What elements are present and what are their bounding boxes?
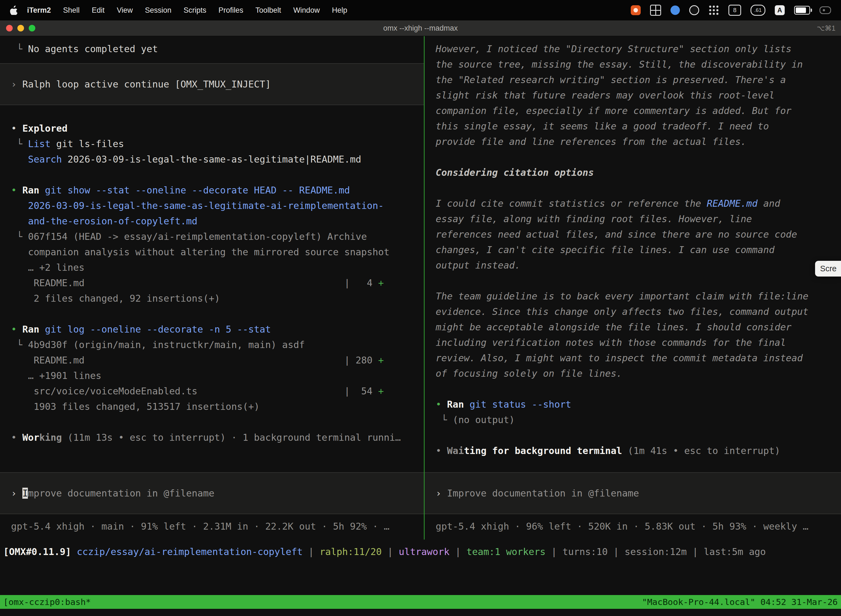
omx-status-line: [OMX#0.11.9] cczip/essay/ai-reimplementa… xyxy=(0,540,841,559)
terminal-line: └ No agents completed yet xyxy=(0,41,424,57)
terminal-line: essay file, along with finding root file… xyxy=(425,211,841,227)
menu-profiles[interactable]: Profiles xyxy=(212,6,249,15)
left-pane-prompt-input[interactable]: › Improve documentation in @filename xyxy=(0,472,424,514)
text-segment: ting for background terminal xyxy=(464,445,622,456)
text-segment: of focusing solely on file lines. xyxy=(436,368,622,379)
text-segment: • xyxy=(11,185,22,196)
blank-line xyxy=(0,414,424,430)
text-segment: evidence. Since this change only affects… xyxy=(436,306,809,317)
text-segment: changes, I can't cite specific file line… xyxy=(436,244,775,255)
terminal-line: • Waiting for background terminal (1m 41… xyxy=(425,443,841,458)
menu-session[interactable]: Session xyxy=(139,6,177,15)
text-segment: companion file, especially if more comme… xyxy=(436,105,792,116)
text-segment: references need actual files, and since … xyxy=(436,229,797,240)
terminal-line: evidence. Since this change only affects… xyxy=(425,304,841,319)
text-segment: The team guideline is to back every impo… xyxy=(436,290,809,302)
menu-bar: iTerm2 ShellEditViewSessionScriptsProfil… xyxy=(0,0,841,21)
battery-icon[interactable] xyxy=(794,6,810,15)
text-segment xyxy=(39,324,45,335)
text-segment: git status --short xyxy=(470,399,571,410)
terminal-line: might be acceptable alongside the file l… xyxy=(425,319,841,335)
menu-shell[interactable]: Shell xyxy=(57,6,86,15)
terminal-line: However, I noticed the "Directory Struct… xyxy=(425,41,841,57)
text-segment: Ran xyxy=(22,324,39,335)
window-title-bar: omx --xhigh --madmax ⌥⌘1 xyxy=(0,21,841,36)
blank-line xyxy=(0,306,424,321)
zoom-button[interactable] xyxy=(29,25,35,31)
text-segment: Considering citation options xyxy=(436,167,594,178)
menu-scripts[interactable]: Scripts xyxy=(177,6,212,15)
terminal-line: └ 4b9d30f (origin/main, instructkr/main,… xyxy=(0,337,424,352)
text-segment: cczip/essay/ai-reimplementation-copyleft xyxy=(77,546,303,557)
text-segment: | xyxy=(382,546,399,557)
monitor-badge-icon: .61 xyxy=(750,5,765,16)
right-pane: However, I noticed the "Directory Struct… xyxy=(425,36,841,540)
input-source-icon[interactable]: A xyxy=(775,5,785,15)
monitor-badge-icon[interactable]: .61 xyxy=(750,5,765,16)
text-segment: However, I noticed the "Directory Struct… xyxy=(436,43,792,54)
menu-view[interactable]: View xyxy=(111,6,139,15)
left-pane: └ No agents completed yet› Ralph loop ac… xyxy=(0,36,424,540)
menu-toolbelt[interactable]: Toolbelt xyxy=(249,6,287,15)
text-segment: + xyxy=(378,277,384,288)
dots-grid-icon[interactable] xyxy=(709,5,719,15)
menu-edit[interactable]: Edit xyxy=(86,6,111,15)
text-segment: 2026-03-09-is-legal-the-same-as-legitima… xyxy=(28,200,384,211)
text-segment: … +1901 lines xyxy=(11,370,101,381)
apple-menu-icon[interactable] xyxy=(10,6,18,15)
text-segment: and-the-erosion-of-copyleft.md xyxy=(28,216,197,227)
menu-window[interactable]: Window xyxy=(287,6,326,15)
text-segment: I xyxy=(22,488,28,499)
tmux-status-bar: [omx-cczip0:bash* "MacBook-Pro-44.local"… xyxy=(0,595,841,609)
text-segment xyxy=(464,399,469,410)
text-segment: essay file, along with finding root file… xyxy=(436,213,752,224)
menu-bar-status-icons: 8.61A xyxy=(621,5,831,16)
terminal-line: • Ran git status --short xyxy=(425,397,841,412)
text-segment: git show --stat --oneline --decorate HEA… xyxy=(45,185,350,196)
text-segment: └ xyxy=(11,43,28,54)
text-segment: Improve documentation in @filename xyxy=(447,488,639,499)
display-grid-icon xyxy=(650,5,661,16)
text-segment: output instead. xyxy=(436,260,520,271)
menu-help[interactable]: Help xyxy=(326,6,353,15)
window-title: omx --xhigh --madmax xyxy=(0,24,841,32)
text-segment: this single essay, it seems like a good … xyxy=(436,120,769,132)
text-segment: + xyxy=(378,355,384,366)
keystroke-8-icon[interactable]: 8 xyxy=(728,5,741,16)
close-button[interactable] xyxy=(6,25,13,31)
text-segment: src/voice/voiceModeEnabled.ts | 54 xyxy=(11,386,378,397)
text-segment: › xyxy=(11,79,22,90)
blank-line xyxy=(425,180,841,196)
terminal-line: slight risk that future readers may over… xyxy=(425,88,841,103)
text-segment: session:12m xyxy=(625,546,687,557)
text-segment: | xyxy=(545,546,562,557)
text-segment: | xyxy=(687,546,703,557)
text-segment: last:5m ago xyxy=(703,546,766,557)
display-grid-icon[interactable] xyxy=(650,5,661,16)
screen-notification[interactable]: Scre xyxy=(815,261,841,277)
text-segment: README.md xyxy=(707,198,757,209)
text-segment: 2 files changed, 92 insertions(+) xyxy=(11,293,220,304)
text-segment: and xyxy=(757,198,780,209)
dark-app-icon[interactable] xyxy=(689,5,699,15)
text-segment: king xyxy=(39,432,62,443)
right-pane-prompt-input[interactable]: › Improve documentation in @filename xyxy=(425,472,841,514)
terminal-line: README.md | 280 + xyxy=(0,352,424,368)
menu-iterm2[interactable]: iTerm2 xyxy=(21,6,57,15)
blue-app-icon[interactable] xyxy=(671,6,680,15)
screen-recording-indicator[interactable] xyxy=(631,5,641,15)
text-segment: • xyxy=(11,432,22,443)
control-center-icon[interactable] xyxy=(819,6,831,14)
text-segment: Wai xyxy=(447,445,464,456)
text-segment: the "Related research writing" section i… xyxy=(436,74,786,85)
text-segment: + xyxy=(378,386,384,397)
apple-logo-icon xyxy=(10,6,18,15)
text-segment: ultrawork xyxy=(399,546,450,557)
minimize-button[interactable] xyxy=(18,25,24,31)
terminal-line: README.md | 4 + xyxy=(0,275,424,290)
terminal-line: • Ran git show --stat --oneline --decora… xyxy=(0,182,424,198)
terminal-line: └ 067f154 (HEAD -> essay/ai-reimplementa… xyxy=(0,229,424,244)
blank-line xyxy=(0,105,424,120)
traffic-lights xyxy=(0,25,35,31)
terminal-line: I could cite commit statistics or refere… xyxy=(425,196,841,211)
